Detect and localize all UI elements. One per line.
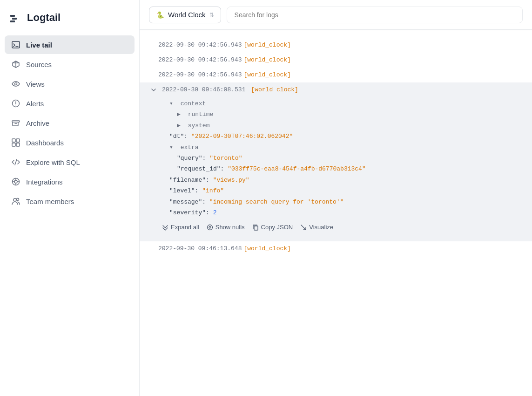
- sidebar-item-label: Views: [26, 80, 45, 88]
- copy-json-label: Copy JSON: [261, 222, 293, 232]
- level-value: "info": [202, 185, 224, 196]
- extra-label: extra: [181, 142, 199, 153]
- system-label: system: [188, 120, 210, 131]
- terminal-icon: [11, 40, 20, 49]
- svg-point-11: [15, 105, 16, 106]
- log-source: [world_clock]: [243, 41, 290, 50]
- log-timestamp: 2022-09-30 09:42:56.943: [158, 55, 242, 65]
- integrations-icon: [11, 177, 20, 186]
- search-input[interactable]: [227, 7, 523, 23]
- svg-point-26: [17, 198, 19, 201]
- log-content: 2022-09-30 09:42:56.943 [world_clock] 20…: [140, 30, 532, 396]
- show-nulls-label: Show nulls: [215, 222, 245, 232]
- sidebar-item-alerts[interactable]: Alerts: [5, 94, 135, 113]
- expand-toggle-icon: [149, 55, 158, 65]
- chevron-updown-icon: ⇅: [209, 12, 214, 18]
- filename-key: "filename":: [169, 175, 209, 185]
- expand-all-button[interactable]: Expand all: [162, 222, 199, 232]
- dt-key: "dt":: [169, 131, 188, 142]
- eye-icon: [11, 79, 20, 89]
- action-bar: Expand all Show nulls: [162, 218, 523, 234]
- filename-field: "filename": "views.py": [162, 175, 523, 185]
- sidebar-item-archive[interactable]: Archive: [5, 114, 135, 132]
- severity-key: "severity":: [169, 207, 209, 218]
- svg-point-20: [14, 180, 17, 183]
- cube-icon: [11, 60, 20, 69]
- log-source: [world_clock]: [243, 55, 290, 65]
- sidebar-item-label: Live tail: [26, 41, 52, 49]
- svg-rect-16: [12, 143, 15, 146]
- log-timestamp: 2022-09-30 09:42:56.943: [158, 70, 242, 80]
- svg-rect-29: [254, 226, 258, 230]
- log-row[interactable]: 2022-09-30 09:42:56.943 [world_clock]: [140, 53, 532, 68]
- severity-field: "severity": 2: [162, 207, 523, 218]
- sidebar: Logtail Live tail Sources: [0, 0, 140, 396]
- log-row-expanded[interactable]: 2022-09-30 09:46:08.531 [world_clock] ▾ …: [140, 82, 532, 241]
- log-row-header: 2022-09-30 09:46:08.531 [world_clock]: [149, 85, 523, 95]
- app-name: Logtail: [27, 12, 61, 24]
- context-label: context: [181, 98, 206, 109]
- message-value: "incoming search query for 'toronto'": [209, 197, 344, 207]
- dashboard-icon: [11, 138, 20, 147]
- sidebar-item-views[interactable]: Views: [5, 75, 135, 93]
- query-key: "query":: [177, 153, 206, 164]
- runtime-toggle[interactable]: ▶ runtime: [162, 109, 523, 120]
- nav-menu: Live tail Sources Views: [0, 35, 139, 211]
- svg-rect-1: [12, 18, 17, 20]
- copy-json-button[interactable]: Copy JSON: [252, 222, 293, 232]
- sidebar-item-label: Team members: [26, 198, 74, 205]
- svg-line-18: [15, 159, 17, 165]
- svg-point-8: [15, 83, 17, 85]
- code-icon: [11, 157, 20, 167]
- svg-point-25: [13, 198, 16, 201]
- sidebar-item-label: Sources: [26, 61, 52, 68]
- sidebar-item-integrations[interactable]: Integrations: [5, 172, 135, 191]
- runtime-label: runtime: [188, 109, 214, 120]
- visualize-button[interactable]: Visualize: [300, 222, 333, 232]
- svg-rect-3: [12, 41, 20, 48]
- expand-all-label: Expand all: [171, 222, 199, 232]
- log-timestamp: 2022-09-30 09:42:56.943: [158, 41, 242, 50]
- log-row[interactable]: 2022-09-30 09:42:56.943 [world_clock]: [140, 68, 532, 82]
- sidebar-item-explore-sql[interactable]: Explore with SQL: [5, 153, 135, 171]
- dt-value: "2022-09-30T07:46:02.062042": [191, 131, 293, 142]
- sidebar-item-label: Integrations: [26, 178, 62, 186]
- sidebar-item-live-tail[interactable]: Live tail: [5, 35, 135, 54]
- svg-point-27: [207, 225, 212, 230]
- show-nulls-icon: [207, 224, 213, 231]
- svg-rect-12: [12, 121, 20, 122]
- log-timestamp: 2022-09-30 09:46:13.648: [158, 244, 242, 253]
- source-selector[interactable]: 🐍 World Clock ⇅: [149, 7, 221, 23]
- sidebar-item-label: Dashboards: [26, 139, 64, 147]
- query-field: "query": "toronto": [162, 153, 523, 164]
- expand-toggle-icon: [149, 244, 158, 253]
- topbar: 🐍 World Clock ⇅: [140, 0, 532, 30]
- log-source: [world_clock]: [251, 85, 298, 95]
- python-icon: 🐍: [156, 11, 164, 19]
- visualize-label: Visualize: [309, 222, 333, 232]
- expand-toggle-icon: [149, 70, 158, 80]
- logo-area: Logtail: [0, 7, 139, 35]
- request-id-key: "request_id":: [177, 164, 224, 174]
- chevron-down-icon: ▾: [169, 98, 173, 109]
- show-nulls-button[interactable]: Show nulls: [207, 222, 245, 232]
- log-row[interactable]: 2022-09-30 09:42:56.943 [world_clock]: [140, 38, 532, 53]
- sidebar-item-team-members[interactable]: Team members: [5, 192, 135, 211]
- filename-value: "views.py": [213, 175, 249, 185]
- context-toggle[interactable]: ▾ context: [162, 98, 523, 109]
- sidebar-item-label: Alerts: [26, 100, 44, 108]
- visualize-icon: [300, 224, 307, 231]
- sidebar-item-sources[interactable]: Sources: [5, 55, 135, 74]
- archive-icon: [11, 118, 20, 128]
- request-id-field: "request_id": "033ff75c-eaa8-454f-a4fb-d…: [162, 164, 523, 174]
- extra-toggle[interactable]: ▾ extra: [162, 142, 523, 153]
- team-icon: [11, 197, 20, 206]
- system-toggle[interactable]: ▶ system: [162, 120, 523, 131]
- sidebar-item-dashboards[interactable]: Dashboards: [5, 133, 135, 152]
- svg-rect-2: [10, 20, 15, 22]
- severity-value: 2: [213, 207, 217, 218]
- svg-point-28: [209, 226, 211, 228]
- svg-rect-14: [12, 139, 15, 142]
- chevron-down-icon: ▾: [169, 142, 173, 153]
- log-row[interactable]: 2022-09-30 09:46:13.648 [world_clock]: [140, 241, 532, 256]
